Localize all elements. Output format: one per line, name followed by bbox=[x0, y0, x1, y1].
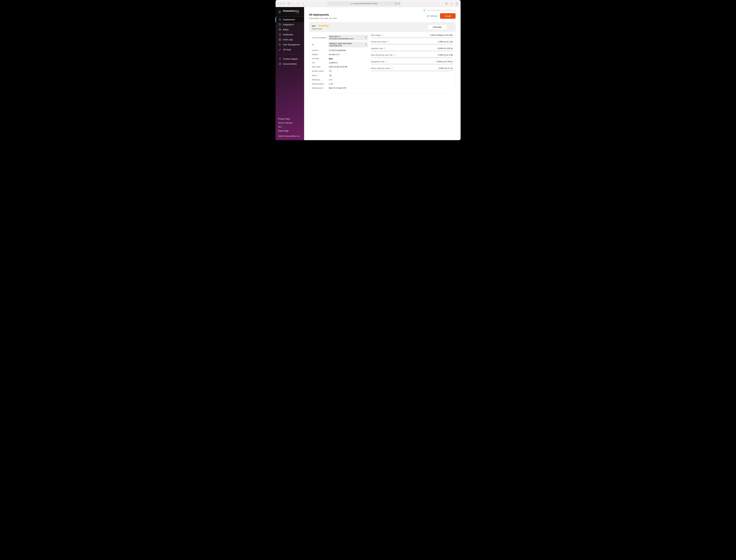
url-bar[interactable]: console.victoriametrics.cloud bbox=[327, 1, 401, 6]
progress-bar bbox=[371, 37, 453, 38]
nav-label: Contact Support bbox=[283, 58, 298, 60]
metric-label: Ingestion rate bbox=[371, 47, 383, 49]
maximize-dot[interactable] bbox=[283, 3, 285, 4]
detail-label: Provider bbox=[312, 57, 329, 60]
chevron-down-icon[interactable] bbox=[292, 2, 294, 5]
svg-point-18 bbox=[280, 59, 280, 59]
close-dot[interactable] bbox=[277, 3, 279, 4]
footer-status[interactable]: Status Page bbox=[278, 129, 301, 133]
url-text: console.victoriametrics.cloud bbox=[353, 2, 377, 5]
info-icon[interactable]: i bbox=[384, 47, 386, 49]
version-value: v1.101.0-enterprise bbox=[329, 49, 346, 51]
metric-value: 0.00% (0 of 750 k) bbox=[436, 61, 453, 63]
tabs-icon[interactable] bbox=[455, 2, 459, 5]
nav-documentation[interactable]: Documentation bbox=[276, 61, 304, 66]
gear-icon bbox=[279, 58, 281, 60]
nav-main: Deployments Integrations Billing Notific… bbox=[276, 16, 304, 66]
log-icon bbox=[279, 38, 281, 41]
metric-datapoints-rate: Datapoints ratei0.00% (0 of 750 k) bbox=[371, 61, 453, 65]
metric-disk-usage: Disk usagei0.00% (0 Bytes of 20 GB) bbox=[371, 34, 453, 38]
brand-logo-icon bbox=[278, 10, 282, 14]
card-body: Access endpoint https://gw-c7-2b.cloud.v… bbox=[309, 32, 455, 93]
minimize-dot[interactable] bbox=[280, 3, 282, 4]
info-icon[interactable]: i bbox=[394, 54, 396, 56]
app: VictoriaMetrics Cloud Deployments Integr… bbox=[276, 7, 461, 140]
metric-label: Series read per query bbox=[371, 67, 390, 69]
access-endpoint-field: https://gw-c7-2b.cloud.victoriametrics.c… bbox=[328, 35, 368, 40]
info-icon[interactable]: i bbox=[387, 41, 389, 43]
info-icon[interactable]: i bbox=[391, 67, 393, 69]
id-value: 0f45d411-2892-45d3-bdd7-7a65739e473b bbox=[329, 42, 364, 47]
nav-audit-logs[interactable]: Audit Logs bbox=[276, 37, 304, 42]
detail-label: Access endpoint bbox=[312, 37, 328, 39]
metric-value: 0.00% (0 of 50 k) bbox=[438, 47, 453, 49]
award-icon bbox=[423, 9, 426, 11]
kebab-menu-icon[interactable]: ⋮ bbox=[449, 25, 453, 30]
svg-rect-10 bbox=[279, 29, 281, 30]
sidebar: VictoriaMetrics Cloud Deployments Integr… bbox=[276, 7, 304, 140]
monitor-icon bbox=[279, 18, 281, 21]
details-column: Access endpoint https://gw-c7-2b.cloud.v… bbox=[312, 34, 368, 90]
nav-integrations[interactable]: Integrations bbox=[276, 22, 304, 27]
browser-titlebar: console.victoriametrics.cloud bbox=[276, 0, 461, 7]
info-icon[interactable]: i bbox=[385, 61, 387, 63]
browser-window: console.victoriametrics.cloud bbox=[276, 0, 461, 140]
copy-icon[interactable] bbox=[365, 37, 367, 39]
refresh-icon bbox=[427, 15, 429, 17]
retention-value: 1 m bbox=[329, 79, 332, 81]
region-value: us-east-2-c7 bbox=[329, 53, 340, 55]
sidebar-toggle-icon[interactable] bbox=[287, 2, 291, 5]
create-button[interactable]: Create bbox=[440, 13, 455, 19]
nav-label: Audit Logs bbox=[283, 38, 293, 41]
book-icon bbox=[279, 63, 281, 65]
nav-label: User Management bbox=[283, 43, 300, 46]
deployment-mode: Single node bbox=[312, 28, 330, 30]
nav-contact-support[interactable]: Contact Support bbox=[276, 56, 304, 61]
card-header: test Provisioning Single node Overview ⋮ bbox=[309, 22, 455, 32]
nav-notification[interactable]: Notification bbox=[276, 32, 304, 37]
nav-billing[interactable]: Billing bbox=[276, 27, 304, 32]
translate-icon[interactable] bbox=[395, 3, 397, 5]
info-icon[interactable]: i bbox=[382, 34, 383, 36]
page-subtitle: Subscription start date: Jun 2021 bbox=[309, 17, 337, 19]
nav-api-keys[interactable]: API keys bbox=[276, 47, 304, 52]
forward-icon[interactable] bbox=[301, 2, 305, 5]
topbar: marshalbeva@victoriametrics.com bbox=[304, 7, 461, 13]
detail-label: Alerts bbox=[312, 74, 329, 77]
brand-sub: Cloud bbox=[283, 12, 299, 14]
detail-label: Maintenance bbox=[312, 87, 329, 89]
footer-terms[interactable]: Terms of Service bbox=[278, 121, 301, 125]
lock-icon bbox=[350, 3, 352, 4]
metric-label: Active time series bbox=[371, 41, 387, 43]
detail-label: Region bbox=[312, 53, 329, 55]
reload-icon[interactable] bbox=[398, 3, 400, 5]
footer-links: Privacy Policy Terms of Service SLA Stat… bbox=[276, 117, 304, 135]
back-icon[interactable] bbox=[296, 2, 300, 5]
svg-point-16 bbox=[279, 44, 280, 45]
metric-label: New timeseries over 24h bbox=[371, 54, 393, 56]
refresh-label: Refresh bbox=[430, 15, 437, 17]
brand[interactable]: VictoriaMetrics Cloud bbox=[276, 7, 304, 16]
new-tab-icon[interactable] bbox=[450, 2, 454, 5]
nav-label: API keys bbox=[283, 48, 291, 51]
progress-bar bbox=[371, 57, 453, 58]
svg-rect-7 bbox=[279, 19, 281, 20]
nav-deployments[interactable]: Deployments bbox=[276, 17, 304, 22]
user-email[interactable]: marshalbeva@victoriametrics.com bbox=[427, 9, 456, 11]
share-icon[interactable] bbox=[445, 2, 448, 5]
nav-user-management[interactable]: User Management bbox=[276, 42, 304, 47]
dedup-value: 1 ms bbox=[329, 83, 333, 85]
brand-name-rest: Metrics bbox=[291, 10, 299, 12]
overview-button[interactable]: Overview bbox=[428, 25, 447, 30]
footer-sla[interactable]: SLA bbox=[278, 125, 301, 129]
progress-bar bbox=[371, 64, 453, 65]
progress-bar bbox=[371, 44, 453, 45]
footer-privacy[interactable]: Privacy Policy bbox=[278, 117, 301, 121]
page-title: All deployments bbox=[309, 13, 337, 16]
metric-value: 0.00% (0 Bytes of 20 GB) bbox=[430, 34, 453, 36]
detail-label: Tier bbox=[312, 62, 329, 64]
copy-icon[interactable] bbox=[365, 44, 367, 46]
status-badge: Provisioning bbox=[317, 24, 330, 27]
refresh-button[interactable]: Refresh bbox=[427, 15, 437, 17]
access-endpoint-value: https://gw-c7-2b.cloud.victoriametrics.c… bbox=[329, 35, 364, 40]
